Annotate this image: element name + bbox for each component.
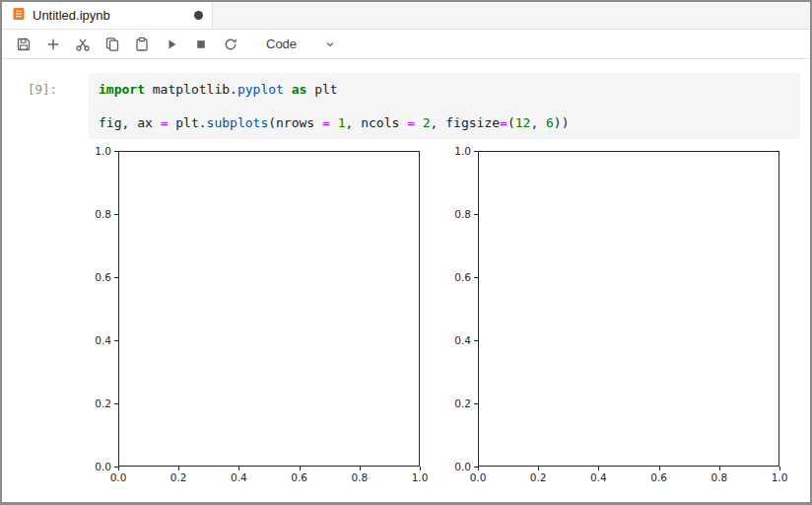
code-line: fig, ax = plt.subplots(nrows = 1, ncols … — [99, 114, 790, 131]
refresh-icon — [223, 36, 238, 52]
x-tick-label: 0.2 — [530, 471, 547, 483]
x-tick-label: 0.8 — [351, 471, 368, 483]
code-line: import matplotlib.pyplot as plt — [99, 81, 790, 98]
tab-title: Untitled.ipynb — [33, 8, 187, 23]
y-tick-label: 1.0 — [95, 145, 118, 157]
run-cell-button[interactable] — [158, 32, 185, 57]
unsaved-changes-indicator[interactable] — [194, 11, 203, 20]
paste-cells-button[interactable] — [128, 32, 156, 57]
tab-bar: Untitled.ipynb — [2, 2, 810, 30]
play-icon — [164, 36, 179, 52]
x-tick-label: 0.4 — [590, 471, 607, 483]
copy-cells-button[interactable] — [99, 32, 126, 57]
plot-area — [478, 151, 779, 467]
code-line — [99, 98, 790, 114]
restart-kernel-button[interactable] — [217, 32, 244, 57]
x-tick-label: 0.8 — [710, 471, 727, 483]
stop-icon — [193, 36, 209, 52]
x-tick-label: 0.6 — [291, 471, 307, 483]
x-tick-label: 0.4 — [231, 471, 247, 483]
chevron-down-icon — [323, 37, 337, 51]
code-editor[interactable]: import matplotlib.pyplot as pltfig, ax =… — [89, 73, 800, 139]
tab-untitled-ipynb[interactable]: Untitled.ipynb — [2, 2, 213, 29]
save-button[interactable] — [10, 32, 37, 57]
x-tick-label: 0.2 — [170, 471, 187, 483]
y-tick-label: 1.0 — [454, 145, 478, 157]
x-tick-label: 0.6 — [650, 471, 667, 483]
insert-cell-button[interactable] — [39, 32, 67, 57]
cell-type-dropdown[interactable]: Code — [262, 35, 341, 53]
y-tick-label: 0.8 — [95, 208, 118, 220]
y-tick-label: 0.6 — [95, 271, 118, 283]
y-tick-label: 0.4 — [95, 334, 118, 346]
x-tick-label: 1.0 — [412, 471, 429, 483]
subplot: 1.00.80.60.40.20.00.00.20.40.60.81.0 — [448, 151, 779, 484]
matplotlib-figure: 1.00.80.60.40.20.00.00.20.40.60.81.01.00… — [89, 151, 800, 484]
paste-icon — [134, 36, 150, 52]
notebook-file-icon — [12, 7, 26, 25]
scissors-icon — [75, 36, 91, 52]
y-tick-label: 0.6 — [454, 271, 478, 283]
cell-type-value: Code — [266, 36, 297, 51]
subplot: 1.00.80.60.40.20.00.00.20.40.60.81.0 — [89, 151, 420, 484]
y-tick-label: 0.4 — [454, 334, 478, 346]
code-cell: [9]: import matplotlib.pyplot as pltfig,… — [14, 73, 800, 139]
y-tick-label: 0.2 — [454, 397, 478, 409]
execution-count-prompt: [9]: — [14, 73, 57, 97]
cut-cells-button[interactable] — [69, 32, 97, 57]
plus-icon — [45, 36, 61, 52]
notebook-panel: [9]: import matplotlib.pyplot as pltfig,… — [2, 59, 810, 484]
y-tick-label: 0.2 — [95, 397, 118, 409]
floppy-icon — [16, 36, 32, 52]
plot-area — [118, 151, 420, 467]
x-tick-label: 0.0 — [470, 471, 487, 483]
x-tick-label: 0.0 — [110, 471, 127, 483]
x-tick-label: 1.0 — [772, 471, 788, 483]
copy-icon — [104, 36, 120, 52]
interrupt-kernel-button[interactable] — [187, 32, 215, 57]
y-tick-label: 0.8 — [454, 208, 478, 220]
notebook-toolbar: Code — [2, 30, 810, 59]
